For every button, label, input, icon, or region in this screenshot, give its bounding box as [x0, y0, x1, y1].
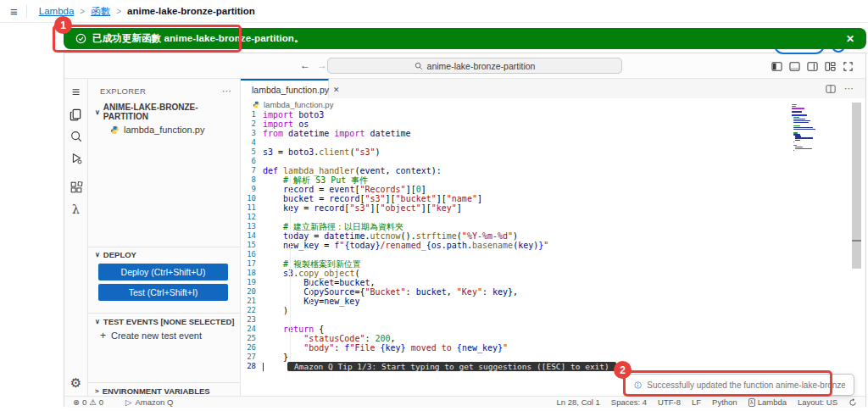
code-line[interactable]: 3from datetime import datetime	[241, 129, 865, 138]
status-item[interactable]: LF	[692, 397, 701, 407]
editor-group: lambda_function.py ✕ ⋯ lambda_function.p…	[241, 79, 865, 396]
status-item[interactable]: λLambda	[748, 397, 787, 407]
tab-lambda-function[interactable]: lambda_function.py ✕	[241, 79, 329, 98]
line-content: def lambda_handler(event, context):	[263, 166, 442, 175]
menu-icon[interactable]: ≡	[64, 81, 88, 103]
text-cursor	[263, 363, 264, 371]
chevron-down-icon: ∨	[95, 108, 100, 116]
explorer-icon[interactable]	[64, 103, 88, 125]
aws-lambda-view-icon[interactable]: λ	[64, 198, 88, 220]
line-content: from datetime import datetime	[263, 129, 411, 138]
breadcrumb-file-name: lambda_function.py	[264, 100, 333, 109]
code-line[interactable]: 8 # 解析 S3 Put 事件	[241, 175, 865, 185]
hamburger-menu-icon[interactable]: ≡	[0, 4, 26, 19]
search-view-icon[interactable]	[64, 125, 88, 147]
breadcrumb-functions[interactable]: 函數	[91, 5, 110, 18]
customize-layout-icon[interactable]	[825, 61, 836, 72]
status-item[interactable]: Python	[712, 397, 737, 407]
code-line[interactable]: 2import os	[241, 119, 865, 129]
line-number: 17	[241, 259, 263, 269]
back-arrow-icon[interactable]: ←	[300, 59, 310, 71]
code-area[interactable]: 1import boto32import os3from datetime im…	[241, 110, 865, 396]
file-name: lambda_function.py	[124, 125, 204, 135]
code-line[interactable]: 14 today = datetime.utcnow().strftime("%…	[241, 231, 865, 241]
explorer-title: EXPLORER	[100, 86, 146, 96]
code-line[interactable]: 21 Key=new_key	[241, 297, 865, 306]
code-line[interactable]: 10 bucket = record["s3"]["bucket"]["name…	[241, 194, 865, 203]
code-line[interactable]: 11 key = record["s3"]["object"]["key"]	[241, 203, 865, 213]
code-line[interactable]: 25 "statusCode": 200,	[241, 334, 865, 343]
line-content: Key=new_key	[263, 297, 359, 306]
tree-file-lambda-function[interactable]: lambda_function.py	[88, 123, 240, 136]
banner-close-icon[interactable]: ✕	[846, 33, 854, 45]
code-line[interactable]: 20 CopySource={"Bucket": bucket, "Key": …	[241, 287, 865, 297]
code-line[interactable]: 17 # 複製檔案到新位置	[241, 259, 865, 269]
forward-arrow-icon[interactable]: →	[317, 59, 327, 71]
code-line[interactable]: 23	[241, 315, 865, 325]
deploy-button[interactable]: Deploy (Ctrl+Shift+U)	[98, 264, 228, 280]
status-item[interactable]: Ln 28, Col 1	[557, 397, 600, 407]
line-content: Bucket=bucket,	[263, 278, 375, 287]
line-number: 21	[241, 297, 263, 306]
command-search-input[interactable]: anime-lake-bronze-partition	[327, 58, 622, 74]
line-content: "statusCode": 200,	[263, 334, 396, 343]
tab-close-icon[interactable]: ✕	[333, 86, 340, 94]
code-line[interactable]: 7def lambda_handler(event, context):	[241, 166, 865, 175]
line-content: new_key = f"{today}/renamed_{os.path.bas…	[263, 241, 548, 250]
toggle-secondary-sidebar-icon[interactable]	[807, 61, 818, 72]
deploy-section-header[interactable]: ∨ DEPLOY	[95, 250, 136, 259]
code-line[interactable]: 9 record = event["Records"][0]	[241, 185, 865, 194]
banner-message: 已成功更新函數 anime-lake-bronze-partition。	[92, 32, 304, 45]
amazon-q-status[interactable]: ▷ Amazon Q	[125, 397, 173, 407]
deploy-section-title: DEPLOY	[103, 250, 136, 259]
line-number: 20	[241, 287, 263, 297]
status-item[interactable]: Spaces: 4	[611, 397, 647, 407]
code-line[interactable]: 15 new_key = f"{today}/renamed_{os.path.…	[241, 241, 865, 250]
amazon-q-inline-tip: Amazon Q Tip 1/3: Start typing to get su…	[287, 362, 616, 371]
code-line[interactable]: 5s3 = boto3.client("s3")	[241, 147, 865, 157]
line-content: s3.copy_object(	[263, 269, 359, 278]
environment-variables-section-header[interactable]: > ENVIRONMENT VARIABLES	[95, 386, 210, 396]
fullscreen-icon[interactable]	[843, 61, 854, 72]
run-debug-icon[interactable]	[64, 147, 88, 169]
tree-folder-root[interactable]: ∨ ANIME-LAKE-BRONZE-PARTITION	[88, 100, 240, 123]
more-actions-icon[interactable]: ⋯	[222, 86, 231, 97]
status-item[interactable]: UTF-8	[658, 397, 681, 407]
code-line[interactable]: 24 return {	[241, 325, 865, 334]
problems-indicator[interactable]: ⊗ 0 ⚠ 0	[73, 397, 103, 407]
code-line[interactable]: 13 # 建立新路徑：以日期為資料夾	[241, 222, 865, 231]
toast-notification[interactable]: Successfully updated the function anime-…	[625, 374, 854, 396]
split-editor-icon[interactable]	[826, 84, 836, 94]
breadcrumb-separator: >	[80, 7, 85, 16]
code-line[interactable]: 27 }	[241, 353, 865, 362]
extensions-icon[interactable]	[64, 176, 88, 198]
line-number: 3	[241, 129, 263, 138]
code-line[interactable]: 19 Bucket=bucket,	[241, 278, 865, 287]
create-test-event-label: Create new test event	[111, 330, 202, 341]
code-line[interactable]: 4	[241, 138, 865, 147]
test-button[interactable]: Test (Ctrl+Shift+I)	[98, 284, 228, 301]
code-line[interactable]: 1import boto3	[241, 110, 865, 119]
create-test-event-action[interactable]: + Create new test event	[100, 330, 202, 342]
breadcrumb-lambda[interactable]: Lambda	[39, 6, 75, 16]
toggle-primary-sidebar-icon[interactable]	[771, 61, 782, 72]
code-line[interactable]: 28Amazon Q Tip 1/3: Start typing to get …	[241, 362, 865, 371]
settings-gear-icon[interactable]: ⚙	[70, 375, 81, 391]
code-line[interactable]: 26 "body": f"File {key} moved to {new_ke…	[241, 343, 865, 353]
editor-scrollbar[interactable]	[852, 103, 861, 269]
editor-breadcrumb[interactable]: lambda_function.py	[241, 98, 865, 110]
test-events-section-header[interactable]: ∨ TEST EVENTS [NONE SELECTED]	[95, 317, 235, 326]
code-line[interactable]: 16	[241, 250, 865, 259]
code-line[interactable]: 6	[241, 157, 865, 166]
line-content: record = event["Records"][0]	[263, 185, 426, 194]
line-content: # 建立新路徑：以日期為資料夾	[263, 222, 403, 231]
code-line[interactable]: 18 s3.copy_object(	[241, 269, 865, 278]
minimap[interactable]	[792, 104, 815, 153]
line-content: Amazon Q Tip 1/3: Start typing to get su…	[263, 362, 616, 371]
status-item[interactable]: Layout: US	[798, 397, 837, 407]
sync-icon[interactable]	[849, 398, 857, 407]
more-actions-icon[interactable]: ⋯	[844, 83, 854, 94]
code-line[interactable]: 12	[241, 213, 865, 222]
toggle-panel-icon[interactable]	[789, 61, 800, 72]
code-line[interactable]: 22 )	[241, 306, 865, 315]
